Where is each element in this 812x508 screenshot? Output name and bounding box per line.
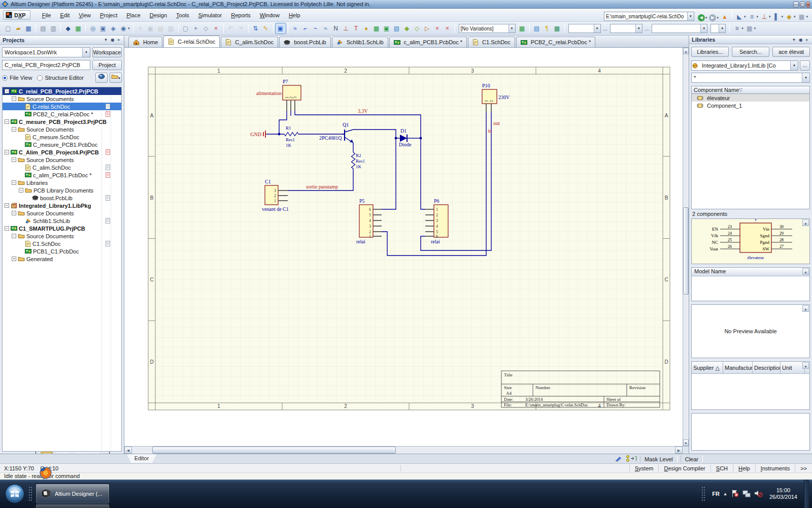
minimize-button[interactable]: —	[793, 2, 799, 8]
new-document-icon[interactable]: ▢	[3, 23, 13, 34]
net-label[interactable]: 3,3V	[358, 108, 368, 114]
tab-c-relai-schdoc[interactable]: C-relai.SchDoc	[163, 36, 220, 47]
tree-item[interactable]: +Generated	[3, 255, 121, 263]
tree-item[interactable]: C_mesure_PCB1.PcbDoc	[3, 141, 121, 148]
file-view-radio[interactable]	[2, 75, 8, 81]
redo-icon[interactable]: ↷	[236, 23, 246, 34]
layer-stack-icon[interactable]: ≡▾	[747, 12, 759, 22]
print-icon[interactable]: ▤	[38, 23, 48, 34]
compile-project-icon[interactable]: ◆	[63, 23, 73, 34]
pin-icon[interactable]: ▌▾	[771, 12, 784, 22]
zoom-document-icon[interactable]: ◎	[88, 23, 98, 34]
tab-home[interactable]: Home	[128, 37, 162, 47]
collapse-icon[interactable]: −	[12, 157, 16, 162]
select-area-icon[interactable]: ▢	[181, 23, 191, 34]
place-part-icon[interactable]: ▦	[371, 23, 382, 34]
collapse-icon[interactable]: −	[5, 89, 9, 93]
menu-reports[interactable]: Reports	[226, 10, 255, 20]
place-bus-icon[interactable]: ⌐	[300, 23, 311, 34]
cross-references-icon[interactable]: ¶	[542, 23, 552, 34]
panel-menu-icon[interactable]: ▼	[102, 38, 109, 42]
taskbar-courrier-bo-te-d--button[interactable]: eCourrier :: Boîte d...	[36, 504, 110, 508]
panel-menu-icon[interactable]: ▼	[790, 38, 797, 42]
tab-boost-pcblib[interactable]: boost.PcbLib	[279, 37, 331, 47]
tree-item[interactable]: −Source Documents	[3, 232, 121, 240]
menu-help[interactable]: Help	[284, 10, 305, 20]
filter-more-2[interactable]: ...	[644, 26, 650, 31]
expand-icon[interactable]: +	[12, 257, 16, 261]
collapse-icon[interactable]: −	[12, 97, 16, 101]
scroll-up-icon[interactable]: ▲	[802, 268, 809, 275]
net-label[interactable]: alimentation	[256, 90, 282, 96]
component-filter-combo[interactable]: *▾	[691, 73, 810, 83]
paste-array-icon[interactable]: ▥	[166, 23, 176, 34]
reselect-icon[interactable]: ◇	[201, 23, 211, 34]
net-label[interactable]: 230V	[498, 94, 510, 100]
library-select-combo[interactable]: Integrated_Library1.IntLib [Co▾	[691, 60, 798, 71]
workspace-button[interactable]: Workspace	[92, 47, 122, 57]
filter-combo-2[interactable]: ▾	[610, 24, 642, 33]
net-label[interactable]: in	[488, 128, 492, 134]
tab-c-alim-pcb1-pcbdoc-[interactable]: c_alim_PCB1.PcbDoc *	[389, 37, 467, 47]
grid-icon[interactable]: ▦▾	[796, 12, 809, 22]
project-button[interactable]: Project	[92, 60, 122, 70]
menu-place[interactable]: Place	[122, 10, 145, 20]
horizontal-scroll-thumb[interactable]	[152, 447, 396, 454]
menu-simulator[interactable]: Simulator	[194, 10, 226, 20]
network-icon[interactable]	[742, 489, 751, 498]
zoom-selected-icon[interactable]: ◈	[108, 23, 118, 34]
deselect-all-icon[interactable]: ×	[211, 23, 221, 34]
place-port-icon[interactable]: ▷	[422, 23, 432, 34]
place-no-erc-icon[interactable]: ×	[432, 23, 443, 34]
move-selection-icon[interactable]: +	[191, 23, 201, 34]
statusbar-design-compiler[interactable]: Design Compiler	[658, 464, 710, 472]
column-header-manufactur[interactable]: Manufactur	[723, 362, 753, 373]
language-indicator[interactable]: FR	[712, 491, 720, 497]
taskbar-firefox-button[interactable]	[36, 463, 56, 484]
statusbar-instruments[interactable]: Instruments	[755, 464, 795, 472]
scroll-up-icon[interactable]: ▲	[802, 362, 809, 369]
library-more-button[interactable]: ...	[800, 60, 810, 71]
place-wire-icon[interactable]: ≈	[290, 23, 300, 34]
measure-icon[interactable]: ◣▾	[734, 12, 747, 22]
tree-item[interactable]: −C_mesure_PCB_Project3.PrjPCB	[3, 118, 121, 125]
place-sheet-entry-icon[interactable]: ▤	[392, 23, 402, 34]
scroll-up-icon[interactable]: ▲	[802, 305, 809, 312]
menu-project[interactable]: Project	[95, 10, 122, 20]
tree-item[interactable]: C_mesure.SchDoc	[3, 133, 121, 141]
model-name-header[interactable]: Model Name	[692, 268, 809, 276]
place-pcb-directive-icon[interactable]: ×	[443, 23, 453, 34]
tree-item[interactable]: C-relai.SchDoc	[3, 103, 121, 110]
statusbar--[interactable]: >>	[795, 464, 812, 472]
forward-icon[interactable]: ▶▾	[708, 13, 720, 23]
tree-item[interactable]: c_alim_PCB1.PcbDoc *	[3, 171, 121, 179]
column-header-unit[interactable]: Unit	[781, 362, 805, 373]
back-icon[interactable]: ◀▾	[697, 13, 708, 23]
show-desktop-button[interactable]	[804, 480, 809, 508]
start-button[interactable]	[4, 483, 25, 504]
copy-icon[interactable]: ▣	[146, 23, 156, 34]
project-combo[interactable]: C_relai_PCB_Project2.PrjPCB	[2, 60, 90, 70]
open-document-icon[interactable]: ▰	[13, 23, 23, 34]
browse-library-icon[interactable]: ▣	[276, 23, 286, 34]
filter-combo-1[interactable]: ▾	[568, 24, 601, 33]
net-label[interactable]: out	[493, 120, 500, 126]
menu-edit[interactable]: Edit	[55, 10, 74, 20]
scroll-up-icon[interactable]: ▲	[802, 219, 809, 226]
horizontal-scrollbar[interactable]: ◀ ▶	[124, 446, 689, 454]
panel-pin-icon[interactable]: ◉	[109, 38, 116, 42]
save-document-icon[interactable]: ▦	[23, 23, 33, 34]
place-gnd-power-port-icon[interactable]: ⊥	[341, 23, 351, 34]
tree-item[interactable]: −Source Documents	[3, 156, 121, 164]
variations-combo[interactable]: [No Variations]▾	[459, 24, 516, 33]
vertical-scrollbar[interactable]: ▲ ▼	[683, 48, 689, 446]
tab-c1-schdoc[interactable]: C1.SchDoc	[468, 37, 515, 47]
print-preview-icon[interactable]: ▥	[48, 23, 58, 34]
collapse-icon[interactable]: −	[5, 203, 9, 208]
place-harness-connector-icon[interactable]: ◆	[402, 23, 412, 34]
undo-icon[interactable]: ↶	[226, 23, 236, 34]
collapse-icon[interactable]: −	[5, 150, 9, 154]
sort-filter-icon[interactable]	[626, 455, 637, 463]
collapse-icon[interactable]: −	[5, 119, 9, 124]
align-tools-icon[interactable]: ≡▾	[732, 23, 745, 34]
